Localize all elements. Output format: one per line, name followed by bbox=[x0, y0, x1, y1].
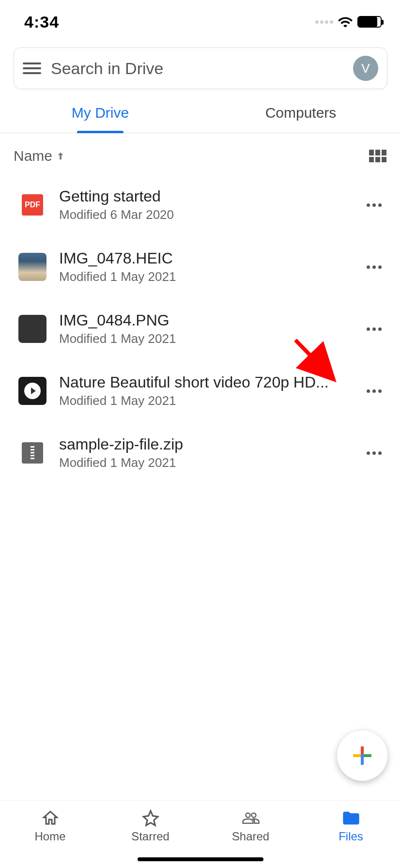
status-time: 4:34 bbox=[24, 13, 59, 31]
file-name: IMG_0484.PNG bbox=[59, 311, 349, 329]
file-meta: Modified 6 Mar 2020 bbox=[59, 207, 349, 222]
grid-view-icon[interactable] bbox=[369, 150, 386, 162]
menu-icon[interactable] bbox=[23, 62, 41, 74]
file-name: Getting started bbox=[59, 187, 349, 205]
battery-icon bbox=[357, 16, 382, 28]
home-icon bbox=[42, 809, 59, 827]
file-name: Nature Beautiful short video 720p HD... bbox=[59, 373, 349, 391]
sort-label-text: Name bbox=[14, 148, 52, 164]
more-options-icon[interactable] bbox=[362, 385, 386, 398]
file-info: IMG_0478.HEIC Modified 1 May 2021 bbox=[59, 249, 349, 284]
tab-label: Computers bbox=[265, 105, 337, 121]
tab-my-drive[interactable]: My Drive bbox=[0, 94, 200, 133]
file-item[interactable]: Nature Beautiful short video 720p HD... … bbox=[0, 360, 401, 422]
add-button[interactable] bbox=[337, 730, 387, 781]
search-input[interactable]: Search in Drive bbox=[51, 59, 343, 78]
pdf-icon: PDF bbox=[22, 194, 43, 216]
star-icon bbox=[142, 809, 159, 827]
file-info: Nature Beautiful short video 720p HD... … bbox=[59, 373, 349, 408]
plus-icon bbox=[351, 744, 373, 767]
file-list: PDF Getting started Modified 6 Mar 2020 … bbox=[0, 169, 401, 489]
nav-label: Files bbox=[339, 830, 363, 843]
svg-rect-2 bbox=[361, 757, 364, 765]
more-options-icon[interactable] bbox=[362, 447, 386, 460]
search-row: Search in Drive V bbox=[0, 39, 401, 94]
file-meta: Modified 1 May 2021 bbox=[59, 331, 349, 346]
wifi-icon bbox=[338, 16, 353, 27]
file-meta: Modified 1 May 2021 bbox=[59, 269, 349, 284]
zip-icon bbox=[22, 442, 43, 464]
search-box[interactable]: Search in Drive V bbox=[14, 47, 387, 89]
file-info: Getting started Modified 6 Mar 2020 bbox=[59, 187, 349, 222]
file-meta: Modified 1 May 2021 bbox=[59, 455, 349, 470]
more-options-icon[interactable] bbox=[362, 199, 386, 212]
cellular-signal-icon bbox=[315, 20, 333, 24]
svg-rect-1 bbox=[361, 746, 364, 755]
people-icon bbox=[242, 809, 260, 827]
file-meta: Modified 1 May 2021 bbox=[59, 393, 349, 408]
nav-label: Shared bbox=[232, 830, 269, 843]
folder-icon bbox=[341, 809, 361, 827]
svg-rect-5 bbox=[361, 754, 364, 757]
nav-home[interactable]: Home bbox=[0, 801, 100, 868]
tabs: My Drive Computers bbox=[0, 94, 401, 133]
avatar[interactable]: V bbox=[353, 56, 378, 81]
file-item[interactable]: sample-zip-file.zip Modified 1 May 2021 bbox=[0, 422, 401, 484]
tab-computers[interactable]: Computers bbox=[200, 94, 401, 133]
status-icons bbox=[315, 16, 382, 28]
avatar-initial: V bbox=[361, 61, 370, 76]
file-item[interactable]: IMG_0478.HEIC Modified 1 May 2021 bbox=[0, 236, 401, 298]
nav-label: Starred bbox=[131, 830, 170, 843]
sort-button[interactable]: Name bbox=[14, 148, 66, 164]
nav-files[interactable]: Files bbox=[301, 801, 401, 868]
file-info: sample-zip-file.zip Modified 1 May 2021 bbox=[59, 435, 349, 470]
file-info: IMG_0484.PNG Modified 1 May 2021 bbox=[59, 311, 349, 346]
tab-label: My Drive bbox=[72, 105, 129, 121]
more-options-icon[interactable] bbox=[362, 323, 386, 336]
image-thumbnail-icon bbox=[18, 253, 46, 281]
file-name: IMG_0478.HEIC bbox=[59, 249, 349, 267]
svg-rect-3 bbox=[353, 754, 361, 757]
more-options-icon[interactable] bbox=[362, 261, 386, 274]
file-item[interactable]: IMG_0484.PNG Modified 1 May 2021 bbox=[0, 298, 401, 360]
image-thumbnail-icon bbox=[18, 315, 46, 343]
sort-row: Name bbox=[0, 133, 401, 169]
file-item[interactable]: PDF Getting started Modified 6 Mar 2020 bbox=[0, 174, 401, 236]
svg-rect-4 bbox=[363, 754, 371, 757]
status-bar: 4:34 bbox=[0, 0, 401, 39]
file-name: sample-zip-file.zip bbox=[59, 435, 349, 453]
nav-label: Home bbox=[34, 830, 65, 843]
arrow-up-icon bbox=[55, 151, 66, 161]
video-thumbnail-icon bbox=[18, 377, 46, 405]
home-indicator[interactable] bbox=[138, 857, 263, 861]
